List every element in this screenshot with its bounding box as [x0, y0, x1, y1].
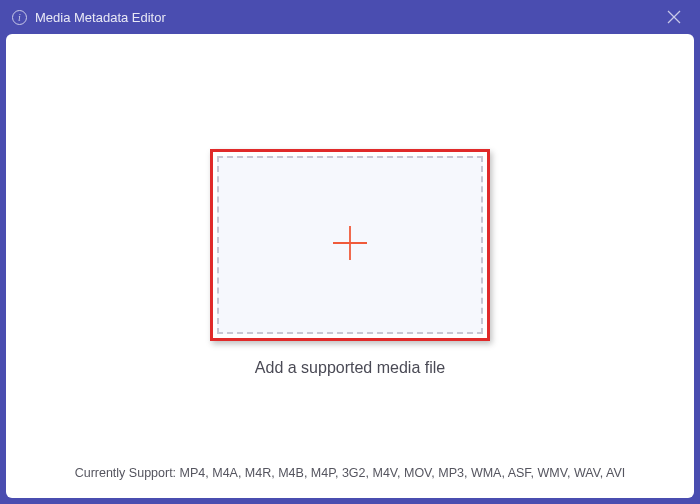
titlebar-left: i Media Metadata Editor — [12, 10, 166, 25]
dropzone-highlight — [210, 149, 490, 341]
info-icon: i — [12, 10, 27, 25]
window-title: Media Metadata Editor — [35, 10, 166, 25]
support-prefix: Currently Support: — [75, 466, 180, 480]
titlebar: i Media Metadata Editor — [0, 0, 700, 34]
content-frame: Add a supported media file Currently Sup… — [6, 34, 694, 498]
dropzone-label: Add a supported media file — [255, 359, 445, 377]
supported-formats-line: Currently Support: MP4, M4A, M4R, M4B, M… — [6, 452, 694, 498]
close-icon — [666, 9, 682, 25]
close-button[interactable] — [660, 3, 688, 31]
support-formats: MP4, M4A, M4R, M4B, M4P, 3G2, M4V, MOV, … — [180, 466, 626, 480]
plus-icon — [329, 222, 371, 268]
add-file-dropzone[interactable] — [217, 156, 483, 334]
app-window: i Media Metadata Editor — [0, 0, 700, 504]
main-area: Add a supported media file — [6, 34, 694, 452]
